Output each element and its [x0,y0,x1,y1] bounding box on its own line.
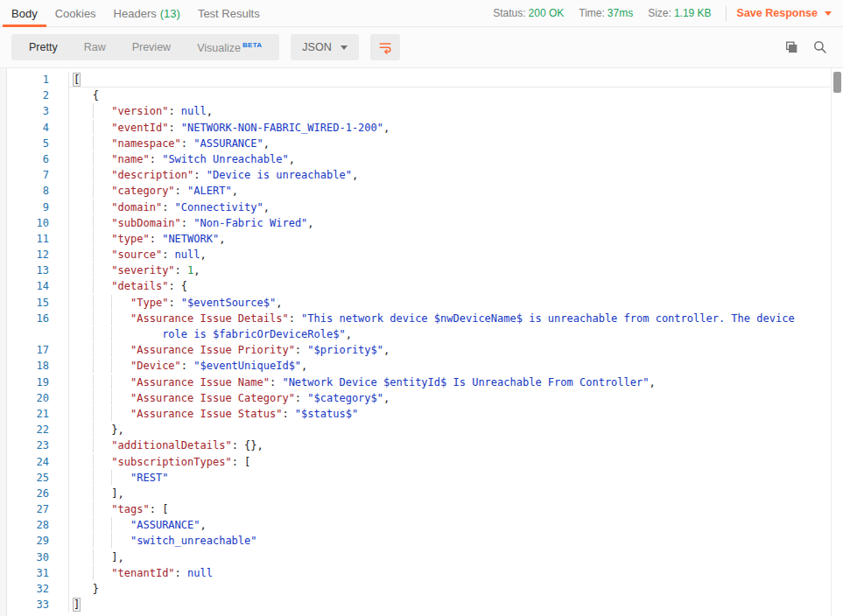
code-line[interactable]: 21"Assurance Issue Status": "$status$" [0,406,843,422]
line-number: 27 [0,501,69,517]
code-line[interactable]: 9"domain": "Connectivity", [0,200,843,215]
indent-guide [93,342,112,357]
tab-test-results[interactable]: Test Results [189,0,269,26]
code-line[interactable]: 1[ [0,72,843,88]
indent [74,470,93,485]
line-number: 33 [0,597,69,612]
line-number: 25 [0,470,69,486]
indent [74,454,93,469]
language-dropdown[interactable]: JSON [291,34,358,60]
code-line[interactable]: 27"tags": [ [0,501,843,517]
code-line[interactable]: 14"details": { [0,278,843,294]
tab-body[interactable]: Body [3,0,46,26]
code-line[interactable]: 28"ASSURANCE", [0,517,843,533]
code-line[interactable]: 16"Assurance Issue Details": "This netwo… [0,311,843,326]
code-line[interactable]: 19"Assurance Issue Name": "Network Devic… [0,374,843,390]
line-number: 30 [0,550,69,565]
indent-guide [93,406,112,421]
line-number: 26 [0,486,69,501]
response-body-editor[interactable]: 1[2{3"version": null,4"eventId": "NETWOR… [0,67,843,616]
token-str: "ASSURANCE" [130,519,200,531]
code-text: { [69,88,843,103]
code-line[interactable]: 5"namespace": "ASSURANCE", [0,136,843,151]
code-line[interactable]: 25"REST" [0,470,843,486]
line-number: 3 [0,103,69,119]
line-number: 11 [0,231,69,247]
size-value: 1.19 KB [674,7,712,19]
indent [74,581,93,596]
token-str: "NETWORK-NON-FABRIC_WIRED-1-200" [181,122,383,134]
vertical-scrollbar[interactable] [831,68,843,616]
line-number: 31 [0,565,69,581]
text-wrap-icon [378,40,392,54]
token-punct: : [270,376,282,388]
token-str: "switch_unreachable" [130,535,257,547]
token-punct: : [295,344,307,356]
token-punct: : [150,233,162,245]
token-key: "details" [111,280,168,292]
code-line[interactable]: 7"description": "Device is unreachable", [0,167,843,183]
code-line[interactable]: 23"additionalDetails": {}, [0,438,843,453]
code-line[interactable]: 10"subDomain": "Non-Fabric Wired", [0,215,843,231]
code-text: "severity": 1, [69,262,843,278]
code-line[interactable]: 3"version": null, [0,103,843,119]
divider [726,6,727,21]
token-punct: , [276,297,282,309]
code-line[interactable]: 8"category": "ALERT", [0,183,843,199]
indent [74,167,93,182]
token-str: "NETWORK" [162,233,219,245]
code-text: "ASSURANCE", [69,517,843,533]
code-text: "Assurance Issue Name": "Network Device … [69,374,843,390]
line-number: 24 [0,454,69,470]
token-key: "severity" [111,264,174,276]
tab-cookies[interactable]: Cookies [46,0,105,26]
code-line[interactable]: 6"name": "Switch Unreachable", [0,151,843,167]
code-line[interactable]: 22}, [0,422,843,438]
code-line[interactable]: 11"type": "NETWORK", [0,231,843,247]
tab-headers[interactable]: Headers (13) [105,0,189,26]
token-punct: , [307,217,313,229]
code-line[interactable]: 31"tenantId": null [0,565,843,581]
code-line[interactable]: 30], [0,550,843,565]
code-line[interactable]: 18"Device": "$eventUniqueId$", [0,358,843,374]
token-atom: null [181,105,207,117]
code-line[interactable]: 4"eventId": "NETWORK-NON-FABRIC_WIRED-1-… [0,120,843,136]
indent-guide [93,438,112,452]
code-line[interactable]: role is $fabricOrDeviceRole$", [0,326,843,342]
indent [74,358,93,373]
save-response-button[interactable]: Save Response [737,7,832,19]
code-line[interactable]: 13"severity": 1, [0,262,843,278]
code-line[interactable]: 17"Assurance Issue Priority": "$priority… [0,342,843,358]
token-punct: : [295,392,307,404]
indent-guide [111,311,130,326]
indent-guide [93,501,112,516]
line-number: 13 [0,262,69,278]
line-number: 17 [0,342,69,358]
search-icon [813,40,827,54]
view-raw[interactable]: Raw [71,34,119,60]
status-label: Status: [493,7,525,19]
code-line[interactable]: 33] [0,597,843,612]
search-response-button[interactable] [813,40,827,54]
code-line[interactable]: 20"Assurance Issue Category": "$category… [0,390,843,406]
code-line[interactable]: 32} [0,581,843,597]
code-line[interactable]: 29"switch_unreachable" [0,533,843,549]
copy-response-button[interactable] [784,40,798,54]
token-str: "Switch Unreachable" [162,153,289,165]
token-punct: : [168,122,180,134]
view-visualize[interactable]: VisualizeBETA [184,32,275,61]
code-line[interactable]: 26], [0,486,843,501]
token-punct: }, [111,424,123,436]
scrollbar-thumb[interactable] [833,72,841,93]
wrap-text-button[interactable] [370,34,400,60]
indent-guide [93,374,112,389]
code-line[interactable]: 2{ [0,88,843,103]
code-text: } [69,581,843,597]
tab-cookies-label: Cookies [55,7,96,20]
code-line[interactable]: 15"Type": "$eventSource$", [0,295,843,311]
view-preview[interactable]: Preview [119,34,184,60]
code-line[interactable]: 12"source": null, [0,247,843,262]
indent [74,262,93,277]
code-line[interactable]: 24"subscriptionTypes": [ [0,454,843,470]
view-pretty[interactable]: Pretty [16,34,71,60]
